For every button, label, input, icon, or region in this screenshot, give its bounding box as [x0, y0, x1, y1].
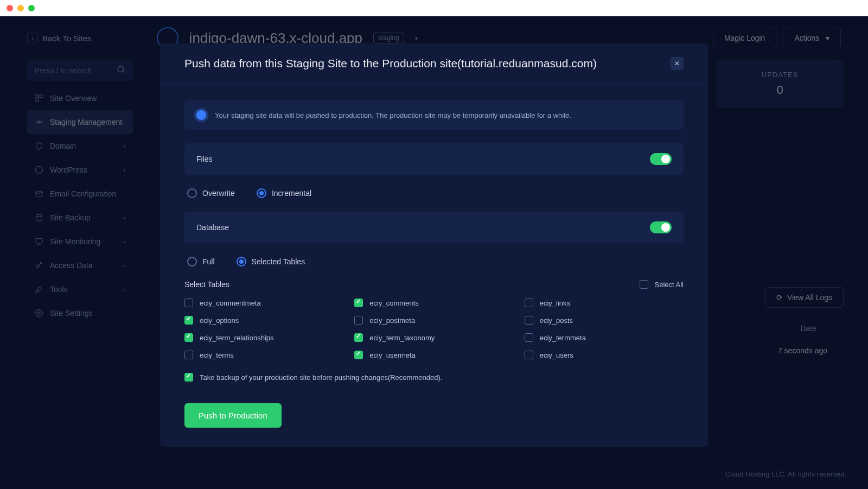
- radio-icon: [237, 257, 246, 266]
- table-name: eciy_terms: [200, 351, 234, 359]
- table-name: eciy_posts: [540, 316, 573, 325]
- table-checkbox-eciy_links[interactable]: eciy_links: [525, 299, 684, 307]
- table-checkbox-eciy_users[interactable]: eciy_users: [525, 351, 684, 359]
- radio-icon: [187, 257, 197, 266]
- tables-grid: eciy_commentmetaeciy_commentseciy_linkse…: [184, 299, 684, 359]
- checkbox-icon: [184, 316, 193, 325]
- checkbox-icon: [525, 299, 533, 307]
- radio-icon: [257, 188, 266, 198]
- radio-icon: [187, 188, 197, 198]
- checkbox-icon: [184, 373, 193, 382]
- modal-title: Push data from this Staging Site to the …: [184, 57, 597, 70]
- select-tables-title: Select Tables: [184, 280, 229, 289]
- table-checkbox-eciy_term_relationships[interactable]: eciy_term_relationships: [184, 333, 343, 342]
- full-radio[interactable]: Full: [187, 257, 215, 266]
- modal-overlay[interactable]: Push data from this Staging Site to the …: [0, 16, 868, 489]
- table-checkbox-eciy_commentmeta[interactable]: eciy_commentmeta: [184, 299, 343, 307]
- info-box: Your staging site data will be pushed to…: [184, 100, 684, 130]
- files-label: Files: [196, 155, 213, 163]
- checkbox-icon: [525, 351, 533, 359]
- files-option-card: Files: [184, 143, 684, 175]
- window-chrome: [0, 0, 868, 16]
- window-close[interactable]: [7, 5, 13, 11]
- files-mode-radio-group: Overwrite Incremental: [184, 188, 684, 198]
- database-mode-radio-group: Full Selected Tables: [184, 257, 684, 266]
- table-checkbox-eciy_options[interactable]: eciy_options: [184, 316, 343, 325]
- checkbox-icon: [354, 299, 363, 307]
- table-checkbox-eciy_term_taxonomy[interactable]: eciy_term_taxonomy: [354, 333, 513, 342]
- table-name: eciy_users: [540, 351, 573, 359]
- database-toggle[interactable]: [650, 221, 672, 233]
- window-minimize[interactable]: [17, 5, 24, 11]
- close-icon[interactable]: ✕: [671, 57, 684, 70]
- table-name: eciy_term_relationships: [200, 334, 274, 342]
- table-name: eciy_term_taxonomy: [369, 334, 435, 342]
- checkbox-icon: [354, 316, 363, 325]
- table-name: eciy_termmeta: [540, 334, 586, 342]
- info-text: Your staging site data will be pushed to…: [215, 111, 571, 119]
- table-checkbox-eciy_termmeta[interactable]: eciy_termmeta: [525, 333, 684, 342]
- checkbox-icon: [354, 333, 363, 342]
- table-name: eciy_options: [200, 316, 239, 325]
- table-name: eciy_usermeta: [369, 351, 416, 359]
- table-checkbox-eciy_postmeta[interactable]: eciy_postmeta: [354, 316, 513, 325]
- table-name: eciy_comments: [369, 299, 418, 307]
- push-modal: Push data from this Staging Site to the …: [160, 43, 708, 447]
- push-to-production-button[interactable]: Push to Production: [184, 403, 282, 428]
- checkbox-icon: [640, 280, 648, 289]
- table-checkbox-eciy_posts[interactable]: eciy_posts: [525, 316, 684, 325]
- checkbox-icon: [184, 333, 193, 342]
- table-name: eciy_commentmeta: [200, 299, 261, 307]
- table-name: eciy_links: [540, 299, 570, 307]
- backup-checkbox[interactable]: Take backup of your production site befo…: [184, 373, 684, 382]
- window-maximize[interactable]: [28, 5, 35, 11]
- table-checkbox-eciy_terms[interactable]: eciy_terms: [184, 351, 343, 359]
- checkbox-icon: [525, 333, 533, 342]
- info-icon: [196, 110, 206, 120]
- checkbox-icon: [354, 351, 363, 359]
- table-name: eciy_postmeta: [369, 316, 415, 325]
- table-checkbox-eciy_usermeta[interactable]: eciy_usermeta: [354, 351, 513, 359]
- overwrite-radio[interactable]: Overwrite: [187, 188, 235, 198]
- files-toggle[interactable]: [650, 153, 672, 165]
- database-label: Database: [196, 223, 229, 232]
- selected-tables-radio[interactable]: Selected Tables: [237, 257, 305, 266]
- database-option-card: Database: [184, 212, 684, 243]
- checkbox-icon: [184, 351, 193, 359]
- checkbox-icon: [184, 299, 193, 307]
- table-checkbox-eciy_comments[interactable]: eciy_comments: [354, 299, 513, 307]
- incremental-radio[interactable]: Incremental: [257, 188, 311, 198]
- select-all-checkbox[interactable]: Select All: [640, 280, 684, 289]
- checkbox-icon: [525, 316, 533, 325]
